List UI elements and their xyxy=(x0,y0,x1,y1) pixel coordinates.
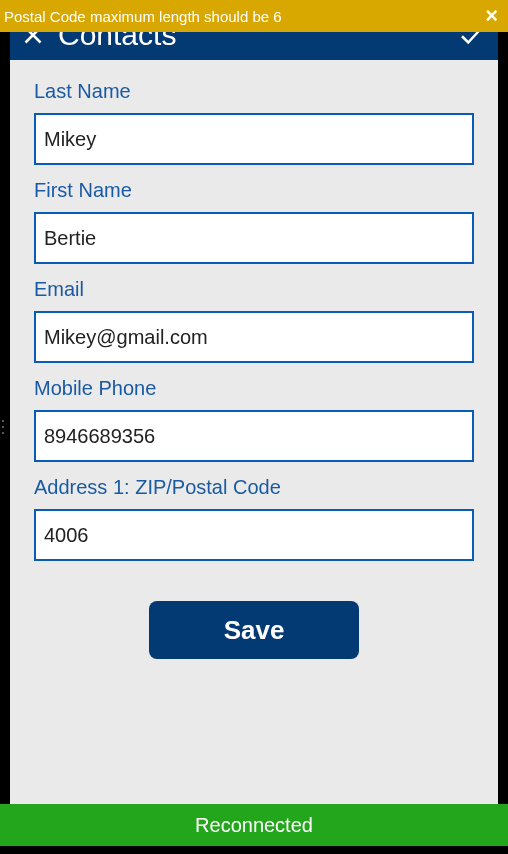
field-last-name: Last Name xyxy=(34,80,474,165)
label-last-name: Last Name xyxy=(34,80,474,103)
form-content: Last Name First Name Email Mobile Phone … xyxy=(10,60,498,804)
field-email: Email xyxy=(34,278,474,363)
connection-status-text: Reconnected xyxy=(195,814,313,837)
field-first-name: First Name xyxy=(34,179,474,264)
input-email[interactable] xyxy=(34,311,474,363)
field-mobile-phone: Mobile Phone xyxy=(34,377,474,462)
warning-toast: Postal Code maximum length should be 6 × xyxy=(0,0,508,32)
field-postal-code: Address 1: ZIP/Postal Code xyxy=(34,476,474,561)
input-last-name[interactable] xyxy=(34,113,474,165)
save-button[interactable]: Save xyxy=(149,601,359,659)
label-postal-code: Address 1: ZIP/Postal Code xyxy=(34,476,474,499)
connection-status-banner: Reconnected xyxy=(0,804,508,846)
toast-message: Postal Code maximum length should be 6 xyxy=(4,8,282,25)
input-postal-code[interactable] xyxy=(34,509,474,561)
label-mobile-phone: Mobile Phone xyxy=(34,377,474,400)
input-mobile-phone[interactable] xyxy=(34,410,474,462)
resize-handle[interactable] xyxy=(2,420,4,434)
input-first-name[interactable] xyxy=(34,212,474,264)
label-email: Email xyxy=(34,278,474,301)
label-first-name: First Name xyxy=(34,179,474,202)
close-icon[interactable]: × xyxy=(485,5,498,27)
